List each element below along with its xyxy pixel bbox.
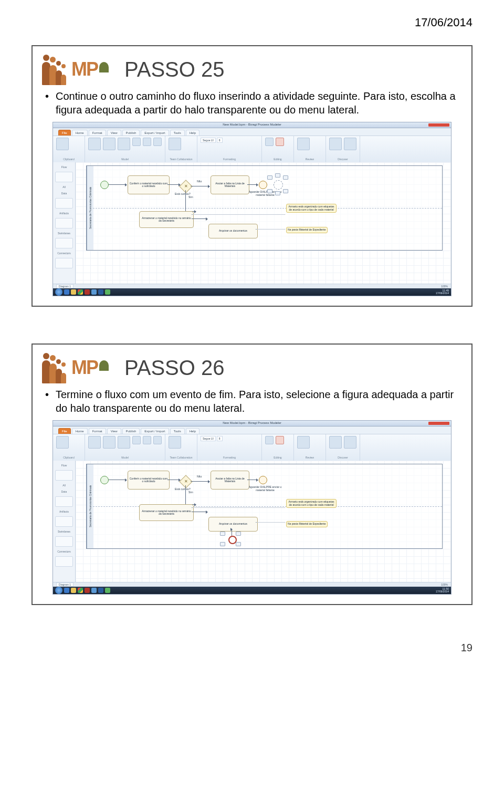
timer-event-icon[interactable] xyxy=(259,181,267,189)
task-armazenar[interactable]: Armazenar o material recebido no armário… xyxy=(139,504,194,521)
palette-data-icon[interactable] xyxy=(55,496,73,507)
paste-button[interactable] xyxy=(56,138,69,150)
home-tab[interactable]: Home xyxy=(72,428,88,434)
publish-tab[interactable]: Publish xyxy=(122,130,140,136)
palette-artifact-icon[interactable] xyxy=(55,218,73,228)
simulation-button[interactable] xyxy=(118,138,130,150)
palette-group-flow[interactable]: Flow xyxy=(55,464,73,467)
task-arquivar[interactable]: Arquivar os documentos xyxy=(208,517,258,532)
select-button[interactable] xyxy=(265,436,274,444)
help-tab[interactable]: Help xyxy=(186,130,200,136)
taskbar-icon[interactable] xyxy=(91,289,97,295)
diagram-tab[interactable]: Diagram 1 xyxy=(56,582,74,587)
online-courses-button[interactable] xyxy=(344,436,356,449)
validate-button[interactable] xyxy=(143,436,151,444)
taskbar-bizagi-icon[interactable] xyxy=(105,588,110,593)
taskbar-explorer-icon[interactable] xyxy=(71,588,76,593)
paste-button[interactable] xyxy=(56,436,69,449)
bizagi-suite-button[interactable] xyxy=(329,436,342,449)
canvas[interactable]: Secretaria de Promotorias Criminais Conf… xyxy=(76,162,451,284)
export-tab[interactable]: Export / Import xyxy=(141,130,169,136)
run-button[interactable] xyxy=(103,436,116,449)
task-conferir[interactable]: Conferir o material recebido com o solic… xyxy=(128,175,170,194)
view-tab[interactable]: View xyxy=(107,428,121,434)
online-courses-button[interactable] xyxy=(344,138,356,150)
tools-tab[interactable]: Tools xyxy=(170,428,185,434)
tools-tab[interactable]: Tools xyxy=(170,130,185,136)
spelling-button[interactable] xyxy=(297,138,310,150)
palette-group-all[interactable]: All xyxy=(55,484,73,487)
start-button[interactable] xyxy=(55,587,62,594)
palette-swimlane-icon[interactable] xyxy=(55,238,73,248)
start-button[interactable] xyxy=(55,288,62,296)
taskbar-chrome-icon[interactable] xyxy=(78,588,83,593)
zoom-level[interactable]: 100% xyxy=(441,583,448,586)
palette-connector-icon[interactable] xyxy=(55,556,73,567)
pool[interactable]: Secretaria de Promotorias Criminais Conf… xyxy=(86,165,443,251)
view-tab[interactable]: View xyxy=(107,130,121,136)
gateway-icon[interactable]: ✕ xyxy=(179,475,192,488)
select-button[interactable] xyxy=(265,138,274,146)
task-armazenar[interactable]: Armazenar o material recebido no armário… xyxy=(139,211,194,228)
simulation-button[interactable] xyxy=(118,436,130,449)
taskbar-bizagi-icon[interactable] xyxy=(105,289,110,295)
resources-button[interactable] xyxy=(132,436,141,444)
taskbar-explorer-icon[interactable] xyxy=(71,289,76,295)
delete-button[interactable] xyxy=(276,138,284,146)
taskbar-chrome-icon[interactable] xyxy=(78,289,83,295)
palette-group-artifacts[interactable]: Artifacts xyxy=(55,212,73,215)
diagrams-button[interactable] xyxy=(88,436,101,449)
taskbar-ie-icon[interactable] xyxy=(64,289,69,295)
task-conferir[interactable]: Conferir o material recebido com o solic… xyxy=(128,471,170,490)
palette-connector-icon[interactable] xyxy=(55,258,73,268)
palette-group-connectors[interactable]: Connectors xyxy=(55,550,73,553)
format-tab[interactable]: Format xyxy=(89,428,106,434)
file-tab[interactable]: File xyxy=(58,130,71,136)
palette-task-icon[interactable] xyxy=(55,470,73,481)
run-button[interactable] xyxy=(103,138,116,150)
font-size[interactable]: 8 xyxy=(217,138,223,143)
file-tab[interactable]: File xyxy=(58,428,71,434)
palette-group-flow[interactable]: Flow xyxy=(55,165,73,169)
halo-menu[interactable] xyxy=(220,532,241,547)
palette-group-artifacts[interactable]: Artifacts xyxy=(55,510,73,513)
font-size[interactable]: 8 xyxy=(217,436,223,441)
diagrams-button[interactable] xyxy=(88,138,101,150)
palette-task-icon[interactable] xyxy=(55,172,73,182)
task-anotar[interactable]: Anotar a falta na Lista de Materiais xyxy=(211,175,249,194)
delete-button[interactable] xyxy=(276,436,284,444)
resources-button[interactable] xyxy=(132,138,141,146)
palette-artifact-icon[interactable] xyxy=(55,516,73,527)
taskbar-word-icon[interactable] xyxy=(98,289,103,295)
taskbar-ie-icon[interactable] xyxy=(64,588,69,593)
taskbar-acrobat-icon[interactable] xyxy=(85,289,90,295)
pool[interactable]: Secretaria de Promotorias Criminais Conf… xyxy=(86,464,443,549)
palette-group-all[interactable]: All xyxy=(55,185,73,189)
help-tab[interactable]: Help xyxy=(186,428,200,434)
info-button[interactable] xyxy=(153,138,162,146)
halo-menu[interactable] xyxy=(267,176,288,192)
palette-data-icon[interactable] xyxy=(55,198,73,209)
palette-group-swimlanes[interactable]: Swimlanes xyxy=(55,232,73,235)
share-process-button[interactable] xyxy=(169,436,181,449)
export-tab[interactable]: Export / Import xyxy=(141,428,169,434)
palette-swimlane-icon[interactable] xyxy=(55,536,73,547)
zoom-level[interactable]: 100% xyxy=(441,285,448,288)
canvas[interactable]: Secretaria de Promotorias Criminais Conf… xyxy=(76,461,451,582)
font-name[interactable]: Segoe UI xyxy=(201,436,216,441)
palette-group-swimlanes[interactable]: Swimlanes xyxy=(55,530,73,533)
start-event-icon[interactable] xyxy=(100,181,109,189)
home-tab[interactable]: Home xyxy=(72,130,88,136)
taskbar-acrobat-icon[interactable] xyxy=(85,588,90,593)
share-process-button[interactable] xyxy=(169,138,181,150)
taskbar-icon[interactable] xyxy=(91,588,97,593)
info-button[interactable] xyxy=(153,436,162,444)
task-arquivar[interactable]: Arquivar os documentos xyxy=(208,224,258,238)
bizagi-suite-button[interactable] xyxy=(329,138,342,150)
task-anotar[interactable]: Anotar a falta na Lista de Materiais xyxy=(211,471,249,490)
spelling-button[interactable] xyxy=(297,436,310,449)
palette-group-data[interactable]: Data xyxy=(55,490,73,493)
format-tab[interactable]: Format xyxy=(89,130,106,136)
gateway-icon[interactable]: ✕ xyxy=(179,180,192,193)
palette-group-connectors[interactable]: Connectors xyxy=(55,252,73,255)
